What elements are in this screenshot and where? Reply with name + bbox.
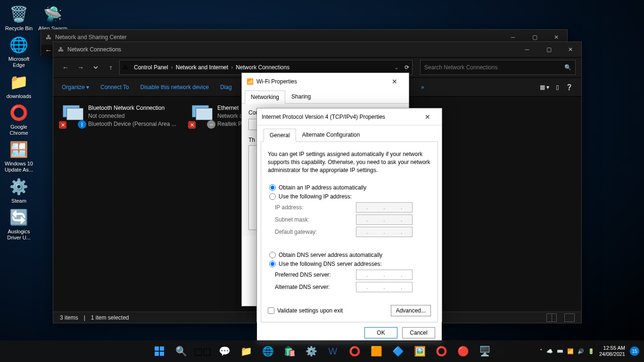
back-button[interactable]: ←: [45, 46, 52, 55]
taskbar-app-chrome[interactable]: ⭕: [345, 342, 364, 361]
desktop-icon-alien-swarm[interactable]: 🛸Alien Swarm: [36, 4, 70, 32]
help-button[interactable]: ❔: [566, 84, 573, 90]
search-box[interactable]: 🔍: [420, 60, 576, 75]
desktop-icon-edge[interactable]: 🌐Microsoft Edge: [2, 34, 36, 68]
preferred-dns-input[interactable]: ...: [356, 270, 413, 280]
tray-onedrive-icon[interactable]: ☁️: [546, 348, 553, 354]
edge-icon: 🌐: [8, 34, 29, 55]
tab-row: Networking Sharing: [242, 90, 409, 104]
view-layout-button[interactable]: ▦ ▾: [540, 84, 549, 90]
cmd-connect-to[interactable]: Connect To: [100, 84, 129, 90]
tab-networking[interactable]: Networking: [245, 90, 285, 104]
dialog-titlebar[interactable]: 📶 Wi-Fi Properties ✕: [242, 73, 409, 90]
close-button[interactable]: ✕: [385, 73, 404, 90]
cmd-organize[interactable]: Organize ▾: [62, 84, 89, 90]
radio-auto-ip-input[interactable]: [269, 184, 276, 191]
alternate-dns-input[interactable]: ...: [356, 282, 413, 292]
notification-badge[interactable]: 15: [630, 346, 639, 356]
cancel-button[interactable]: Cancel: [402, 327, 435, 338]
breadcrumb-item[interactable]: Network and Internet: [173, 64, 231, 71]
tab-general[interactable]: General: [264, 129, 296, 142]
radio-static-dns-input[interactable]: [269, 261, 276, 267]
nav-up-button[interactable]: ↑: [104, 61, 117, 74]
checkbox-validate-input[interactable]: [268, 307, 274, 314]
taskbar-app[interactable]: 🔷: [388, 342, 407, 361]
tray-battery-icon[interactable]: 🔋: [588, 348, 594, 354]
minimize-button[interactable]: ─: [516, 42, 538, 57]
desktop-icon-downloads[interactable]: 📁downloads: [2, 72, 36, 99]
tab-sharing[interactable]: Sharing: [285, 90, 317, 103]
dialog-ipv4-properties[interactable]: Internet Protocol Version 4 (TCP/IPv4) P…: [256, 108, 442, 322]
cmd-disable-device[interactable]: Disable this network device: [140, 84, 209, 90]
taskbar-app[interactable]: 🖼️: [410, 342, 429, 361]
titlebar[interactable]: 🖧 Network Connections ─ ▢ ✕: [53, 42, 581, 57]
tray-wifi-icon[interactable]: 📶: [567, 348, 574, 354]
windows-icon: 🪟: [8, 139, 29, 160]
svg-rect-2: [155, 352, 159, 356]
desktop-icon-recycle-bin[interactable]: 🗑️Recycle Bin: [2, 4, 36, 32]
subnet-mask-input: ...: [356, 214, 413, 225]
connection-item-bluetooth[interactable]: ✕ ᛒ Bluetooth Network Connection Not con…: [61, 104, 179, 304]
dns-group: Obtain DNS server address automatically …: [268, 248, 431, 298]
chevron-down-icon[interactable]: ⌄: [394, 64, 399, 71]
maximize-button[interactable]: ▢: [538, 42, 560, 57]
taskbar-app-store[interactable]: 🛍️: [280, 342, 299, 361]
connection-icon: ✕ ⎓: [190, 104, 213, 127]
dialog-titlebar[interactable]: Internet Protocol Version 4 (TCP/IPv4) P…: [257, 108, 442, 125]
radio-auto-dns[interactable]: Obtain DNS server address automatically: [269, 252, 429, 258]
close-button[interactable]: ✕: [418, 108, 437, 125]
desktop-icon-auslogics[interactable]: 🔄Auslogics Driver U...: [2, 207, 36, 241]
cmd-diagnose[interactable]: Diag: [220, 84, 232, 90]
radio-static-ip-input[interactable]: [269, 193, 276, 200]
desktop-icon-chrome[interactable]: ⭕Google Chrome: [2, 102, 36, 136]
desktop-icon-win10-update[interactable]: 🪟Windows 10 Update As...: [2, 139, 36, 173]
breadcrumb-item[interactable]: Network Connections: [233, 64, 292, 71]
taskbar-clock[interactable]: 12:55 AM 24/08/2021: [599, 345, 625, 357]
nav-back-button[interactable]: ←: [59, 61, 72, 74]
dialog-title: Internet Protocol Version 4 (TCP/IPv4) P…: [262, 114, 385, 120]
auslogics-icon: 🔄: [8, 207, 29, 228]
taskbar-app-chat[interactable]: 💬: [215, 342, 234, 361]
preview-pane-button[interactable]: ▯: [556, 84, 559, 90]
view-large-button[interactable]: [564, 313, 575, 322]
radio-static-dns[interactable]: Use the following DNS server addresses:: [269, 261, 429, 267]
taskbar-app-edge[interactable]: 🌐: [258, 342, 277, 361]
taskbar-app[interactable]: 🔴: [454, 342, 472, 361]
search-input[interactable]: [424, 64, 564, 71]
tab-alternate[interactable]: Alternate Configuration: [296, 128, 366, 141]
wifi-icon: 📶: [247, 78, 254, 85]
gateway-input: ...: [356, 227, 413, 237]
desktop-icons: 🗑️Recycle Bin 🛸Alien Swarm 🌐Microsoft Ed…: [2, 4, 36, 241]
desktop-icon-steam[interactable]: ⚙️Steam: [2, 176, 36, 204]
close-button[interactable]: ✕: [560, 42, 581, 57]
radio-auto-dns-input[interactable]: [269, 252, 276, 258]
cmd-overflow[interactable]: »: [421, 84, 424, 90]
tray-keyboard-icon[interactable]: ⌨️: [557, 348, 563, 354]
taskbar-app[interactable]: 🖥️: [475, 342, 494, 361]
checkbox-validate[interactable]: Validate settings upon exit: [268, 307, 343, 314]
window-title: Network Connections: [67, 46, 121, 53]
view-details-button[interactable]: [546, 313, 557, 322]
radio-auto-ip[interactable]: Obtain an IP address automatically: [269, 184, 429, 191]
advanced-button[interactable]: Advanced...: [391, 305, 431, 316]
tray-volume-icon[interactable]: 🔊: [578, 348, 584, 354]
tray-overflow-icon[interactable]: ˄: [540, 348, 543, 354]
preferred-dns-label: Preferred DNS server:: [275, 272, 350, 278]
taskbar-app[interactable]: ⭕: [432, 342, 451, 361]
start-button[interactable]: [150, 342, 169, 361]
nav-recent-button[interactable]: [89, 61, 102, 74]
refresh-button[interactable]: ⟳: [405, 64, 409, 71]
search-button[interactable]: 🔍: [172, 342, 190, 361]
connection-device: Bluetooth Device (Personal Area ...: [88, 120, 176, 128]
breadcrumb-item[interactable]: Control Panel: [131, 64, 171, 71]
radio-static-ip[interactable]: Use the following IP address:: [269, 193, 429, 200]
taskbar-app-word[interactable]: W: [323, 342, 342, 361]
taskbar[interactable]: 🔍 ▢▢ 💬 📁 🌐 🛍️ ⚙️ W ⭕ 🟧 🔷 🖼️ ⭕ 🔴 🖥️ ˄ ☁️ …: [0, 340, 644, 362]
nav-forward-button[interactable]: →: [74, 61, 87, 74]
taskbar-app-settings[interactable]: ⚙️: [302, 342, 321, 361]
task-view-button[interactable]: ▢▢: [193, 342, 212, 361]
ok-button[interactable]: OK: [364, 327, 397, 338]
taskbar-app[interactable]: 🟧: [367, 342, 386, 361]
taskbar-app-explorer[interactable]: 📁: [237, 342, 256, 361]
search-icon[interactable]: 🔍: [564, 64, 571, 71]
